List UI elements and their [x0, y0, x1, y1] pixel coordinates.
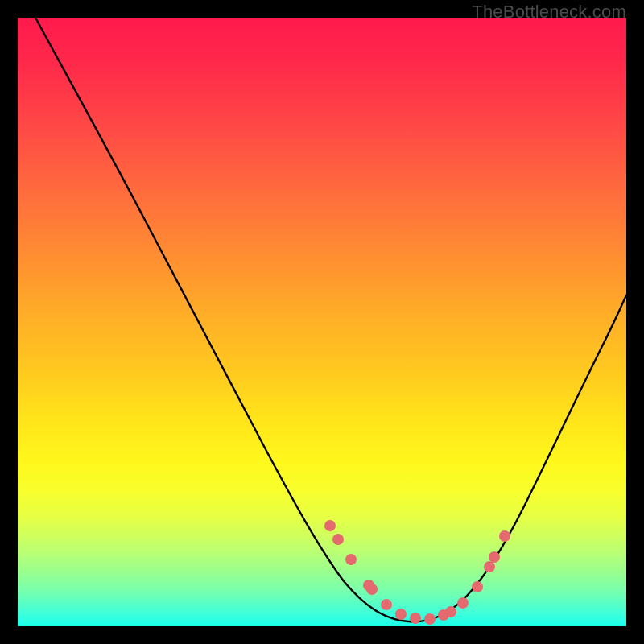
watermark-text: TheBottleneck.com [472, 2, 626, 23]
svg-point-10 [445, 606, 456, 617]
svg-point-5 [381, 599, 392, 610]
svg-point-6 [395, 609, 407, 620]
svg-point-2 [345, 554, 357, 565]
svg-point-0 [324, 520, 336, 531]
svg-point-14 [489, 551, 500, 563]
curve-layer [18, 18, 626, 626]
threshold-dots [324, 520, 510, 625]
svg-point-7 [410, 613, 421, 624]
svg-point-8 [424, 613, 436, 625]
chart-frame: TheBottleneck.com [0, 0, 644, 644]
svg-point-15 [499, 530, 510, 542]
plot-area [18, 18, 626, 626]
svg-point-13 [484, 561, 495, 572]
svg-point-4 [366, 584, 378, 595]
svg-point-1 [332, 534, 344, 545]
svg-point-11 [457, 597, 469, 609]
svg-point-12 [472, 581, 483, 592]
